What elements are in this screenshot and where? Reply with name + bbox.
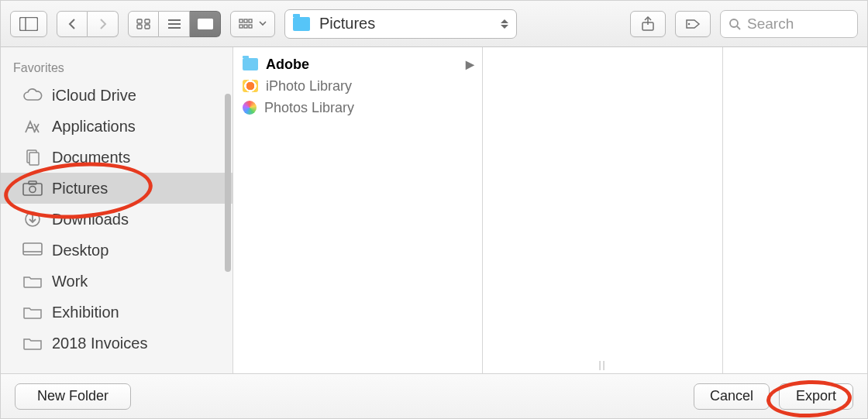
toolbar: Pictures Search bbox=[1, 1, 867, 47]
nav-back-forward bbox=[57, 11, 119, 37]
svg-rect-9 bbox=[198, 19, 212, 29]
svg-rect-0 bbox=[20, 17, 38, 30]
view-mode-segment bbox=[128, 11, 221, 37]
folder-icon bbox=[22, 304, 43, 321]
list-item-label: Adobe bbox=[266, 57, 309, 73]
button-label: Cancel bbox=[710, 388, 753, 404]
svg-rect-15 bbox=[239, 25, 243, 28]
list-item-label: Photos Library bbox=[264, 100, 354, 116]
svg-rect-14 bbox=[249, 19, 252, 22]
sidebar-item-label: iCloud Drive bbox=[52, 87, 136, 105]
sidebar-item-applications[interactable]: Applications bbox=[1, 111, 232, 142]
group-by-button[interactable] bbox=[230, 11, 275, 37]
column-1: Adobe ▶ iPhoto Library Photos Library bbox=[233, 47, 483, 373]
path-label: Pictures bbox=[319, 15, 375, 33]
svg-rect-17 bbox=[249, 25, 252, 28]
back-button[interactable] bbox=[57, 11, 88, 37]
svg-rect-30 bbox=[23, 243, 42, 255]
sidebar-item-2018-invoices[interactable]: 2018 Invoices bbox=[1, 328, 232, 359]
svg-line-22 bbox=[737, 26, 740, 29]
sidebar-item-label: Documents bbox=[52, 149, 130, 167]
photos-icon bbox=[243, 101, 257, 115]
svg-point-27 bbox=[29, 187, 36, 193]
iphoto-icon bbox=[243, 80, 258, 92]
sidebar-item-downloads[interactable]: Downloads bbox=[1, 204, 232, 235]
sidebar-item-work[interactable]: Work bbox=[1, 266, 232, 297]
sidebar-item-pictures[interactable]: Pictures bbox=[1, 173, 232, 204]
sidebar-item-label: Desktop bbox=[52, 242, 108, 259]
list-item-label: iPhoto Library bbox=[266, 78, 352, 94]
desktop-icon bbox=[22, 242, 43, 259]
sidebar-item-label: Work bbox=[52, 273, 88, 290]
svg-rect-3 bbox=[145, 19, 150, 23]
applications-icon bbox=[22, 118, 43, 135]
updown-chevron-icon bbox=[501, 19, 508, 29]
sidebar-item-label: Pictures bbox=[52, 180, 108, 197]
folder-icon bbox=[243, 58, 258, 70]
export-button[interactable]: Export bbox=[779, 383, 853, 410]
view-icons-button[interactable] bbox=[128, 11, 159, 37]
svg-point-21 bbox=[730, 19, 738, 27]
cancel-button[interactable]: Cancel bbox=[694, 383, 770, 410]
view-list-button[interactable] bbox=[159, 11, 190, 37]
new-folder-button[interactable]: New Folder bbox=[15, 383, 131, 410]
sidebar-scrollbar[interactable] bbox=[225, 94, 231, 272]
downloads-icon bbox=[22, 211, 43, 228]
body: Favorites iCloud Drive Applications Docu… bbox=[1, 47, 867, 373]
list-item[interactable]: iPhoto Library bbox=[233, 75, 482, 97]
chevron-right-icon: ▶ bbox=[466, 58, 474, 70]
svg-rect-16 bbox=[244, 25, 247, 28]
tags-button[interactable] bbox=[675, 11, 711, 37]
svg-rect-4 bbox=[137, 25, 142, 29]
documents-icon bbox=[22, 149, 43, 166]
list-item[interactable]: Adobe ▶ bbox=[233, 53, 482, 75]
footer: New Folder Cancel Export bbox=[1, 373, 867, 418]
folder-icon bbox=[22, 335, 43, 352]
column-3 bbox=[723, 47, 867, 373]
folder-icon bbox=[22, 273, 43, 290]
svg-rect-13 bbox=[244, 19, 247, 22]
button-label: New Folder bbox=[37, 388, 108, 404]
pictures-icon bbox=[22, 180, 43, 197]
list-item[interactable]: Photos Library bbox=[233, 97, 482, 118]
forward-button[interactable] bbox=[88, 11, 119, 37]
column-2: || bbox=[483, 47, 723, 373]
button-label: Export bbox=[796, 388, 836, 404]
search-input[interactable]: Search bbox=[720, 10, 858, 38]
svg-rect-5 bbox=[145, 25, 150, 29]
chevron-down-icon bbox=[259, 21, 267, 26]
sidebar-heading: Favorites bbox=[1, 61, 232, 80]
sidebar-item-documents[interactable]: Documents bbox=[1, 142, 232, 173]
sidebar-toggle-button[interactable] bbox=[10, 11, 47, 37]
svg-rect-2 bbox=[137, 19, 142, 23]
svg-rect-12 bbox=[239, 19, 243, 22]
svg-point-20 bbox=[688, 22, 691, 25]
svg-rect-24 bbox=[29, 153, 39, 165]
svg-rect-26 bbox=[29, 181, 36, 184]
share-button[interactable] bbox=[630, 11, 666, 37]
sidebar-item-label: Downloads bbox=[52, 211, 129, 228]
sidebar-item-label: Exhibition bbox=[52, 304, 119, 321]
sidebar-item-exhibition[interactable]: Exhibition bbox=[1, 297, 232, 328]
search-icon bbox=[728, 18, 741, 30]
folder-icon bbox=[293, 17, 310, 31]
sidebar-item-label: 2018 Invoices bbox=[52, 335, 147, 352]
sidebar-item-label: Applications bbox=[52, 118, 136, 136]
sidebar: Favorites iCloud Drive Applications Docu… bbox=[1, 47, 233, 373]
view-columns-button[interactable] bbox=[190, 11, 221, 37]
search-placeholder: Search bbox=[747, 15, 794, 33]
svg-rect-25 bbox=[23, 184, 42, 195]
path-dropdown[interactable]: Pictures bbox=[284, 9, 517, 39]
sidebar-item-icloud-drive[interactable]: iCloud Drive bbox=[1, 80, 232, 111]
cloud-icon bbox=[22, 87, 43, 104]
sidebar-item-desktop[interactable]: Desktop bbox=[1, 235, 232, 266]
column-resize-handle[interactable]: || bbox=[598, 359, 606, 370]
